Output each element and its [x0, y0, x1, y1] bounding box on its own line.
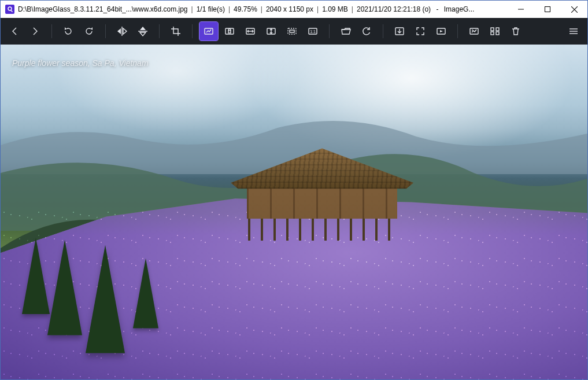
toolbar-divider	[105, 24, 106, 38]
svg-rect-29	[491, 28, 494, 31]
delete-button[interactable]	[506, 22, 525, 40]
crop-button[interactable]	[167, 22, 185, 40]
svg-marker-7	[117, 28, 121, 34]
scale-to-width-button[interactable]	[241, 22, 260, 40]
title-datetime: 2021/11/20 12:21:18 (o)	[357, 5, 431, 13]
title-bar: D:\B\ImageGlass_8.3.11.21_64bit_...\www.…	[1, 1, 587, 18]
slideshow-button[interactable]	[432, 22, 450, 40]
minimize-button[interactable]	[508, 1, 534, 18]
svg-point-0	[8, 7, 12, 10]
svg-rect-3	[545, 7, 550, 12]
svg-rect-20	[290, 30, 294, 32]
svg-rect-19	[288, 28, 296, 34]
prev-button[interactable]	[5, 22, 24, 40]
svg-rect-14	[228, 31, 231, 33]
svg-rect-31	[491, 32, 494, 35]
image-caption: Purple flower season, Sa Pa, Vietnam	[12, 58, 149, 68]
title-filesize: 1.09 MB	[322, 5, 348, 13]
title-file-index: 1/1 file(s)	[197, 5, 225, 13]
toolbar-divider	[383, 24, 383, 38]
title-sep: |	[191, 5, 193, 13]
toolbar: 1:1	[1, 18, 587, 45]
toolbar-divider	[457, 24, 458, 38]
close-button[interactable]	[561, 1, 587, 18]
toolbar-divider	[51, 24, 52, 38]
toolbar-divider	[159, 24, 160, 38]
rotate-cw-button[interactable]	[80, 22, 98, 40]
rotate-ccw-button[interactable]	[59, 22, 77, 40]
maximize-button[interactable]	[534, 1, 561, 18]
svg-marker-10	[140, 27, 146, 30]
refresh-button[interactable]	[357, 22, 376, 40]
title-text: D:\B\ImageGlass_8.3.11.21_64bit_...\www.…	[18, 5, 474, 13]
app-icon	[5, 5, 14, 14]
lock-zoom-button[interactable]	[220, 22, 239, 40]
svg-marker-26	[440, 30, 443, 32]
thumbnails-button[interactable]	[486, 22, 504, 40]
flip-vertical-button[interactable]	[134, 22, 152, 40]
title-path: D:\B\ImageGlass_8.3.11.21_64bit_...\www.…	[18, 5, 188, 13]
title-sep: |	[261, 5, 262, 13]
next-button[interactable]	[26, 22, 45, 40]
title-appsep: -	[434, 5, 441, 13]
fullscreen-button[interactable]	[411, 22, 430, 40]
title-sep: |	[228, 5, 230, 13]
title-sep: |	[352, 5, 353, 13]
goto-button[interactable]	[390, 22, 409, 40]
svg-rect-30	[496, 28, 499, 31]
flip-horizontal-button[interactable]	[113, 22, 131, 40]
open-file-button[interactable]	[336, 22, 355, 40]
title-zoom: 49.75%	[234, 5, 257, 13]
stilt-house	[241, 148, 403, 235]
auto-zoom-button[interactable]	[199, 22, 218, 40]
image-viewport[interactable]: Purple flower season, Sa Pa, Vietnam	[1, 45, 587, 379]
title-sep: |	[317, 5, 319, 13]
fir-trees	[24, 192, 163, 308]
actual-size-button[interactable]: 1:1	[304, 22, 322, 40]
svg-marker-8	[123, 28, 127, 34]
svg-text:1:1: 1:1	[310, 29, 316, 34]
svg-line-1	[11, 10, 13, 12]
checkerboard-button[interactable]	[465, 22, 483, 40]
toolbar-divider	[192, 24, 193, 38]
toolbar-divider	[329, 24, 330, 38]
svg-point-28	[472, 29, 473, 31]
window-controls	[508, 1, 587, 18]
scale-to-height-button[interactable]	[262, 22, 280, 40]
title-dimensions: 2040 x 1150 px	[266, 5, 313, 13]
window-fit-button[interactable]	[283, 22, 301, 40]
svg-rect-32	[496, 32, 499, 35]
title-app: ImageG...	[444, 5, 475, 13]
svg-marker-11	[140, 32, 146, 36]
main-menu-button[interactable]	[564, 22, 583, 40]
